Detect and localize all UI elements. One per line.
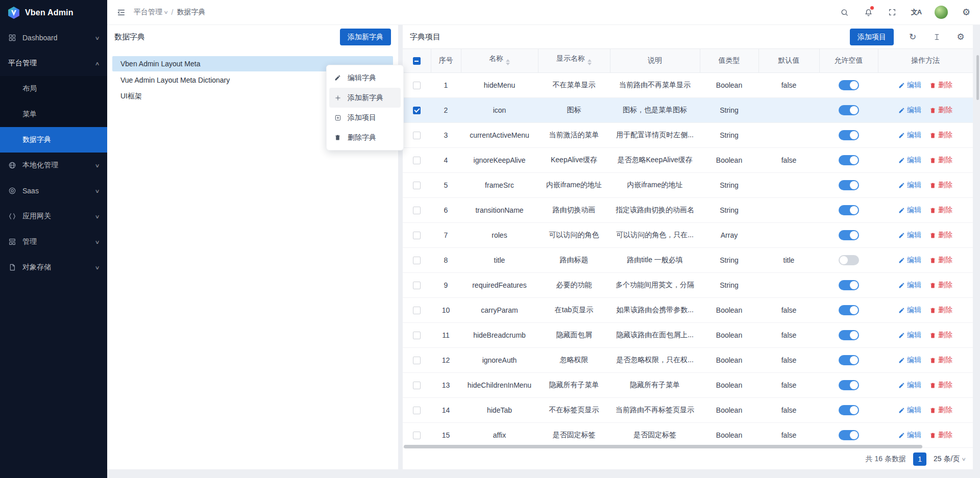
table-row[interactable]: 13hideChildrenInMenu隐藏所有子菜单隐藏所有子菜单Boolea…: [403, 373, 973, 398]
page-size-select[interactable]: 25 条/页 ∨: [934, 455, 966, 464]
allow-null-toggle[interactable]: [839, 255, 859, 265]
fullscreen-icon[interactable]: [887, 7, 898, 18]
row-checkbox[interactable]: [413, 382, 421, 389]
edit-button[interactable]: 编辑: [898, 81, 921, 90]
sort-icons[interactable]: [587, 57, 592, 67]
context-menu-item[interactable]: 编辑字典: [329, 68, 401, 88]
delete-button[interactable]: 删除: [929, 231, 952, 240]
avatar[interactable]: [935, 6, 948, 19]
delete-button[interactable]: 删除: [929, 331, 952, 340]
row-checkbox[interactable]: [413, 182, 421, 189]
sidebar-item-layout[interactable]: 布局: [0, 76, 107, 102]
sidebar-item-data-dictionary[interactable]: 数据字典: [0, 127, 107, 153]
table-row[interactable]: 12ignoreAuth忽略权限是否忽略权限，只在权...Booleanfals…: [403, 348, 973, 373]
delete-button[interactable]: 删除: [929, 381, 952, 390]
row-checkbox[interactable]: [413, 82, 421, 89]
refresh-icon[interactable]: ↻: [908, 32, 918, 42]
allow-null-toggle[interactable]: [839, 330, 859, 340]
edit-button[interactable]: 编辑: [898, 281, 921, 290]
row-checkbox[interactable]: [413, 107, 421, 114]
sidebar-item-dashboard[interactable]: Dashboard∨: [0, 25, 107, 51]
menu-fold-icon[interactable]: [115, 7, 127, 18]
delete-button[interactable]: 删除: [929, 306, 952, 315]
allow-null-toggle[interactable]: [839, 380, 859, 390]
allow-null-toggle[interactable]: [839, 205, 859, 215]
delete-button[interactable]: 删除: [929, 406, 952, 415]
edit-button[interactable]: 编辑: [898, 306, 921, 315]
delete-button[interactable]: 删除: [929, 206, 952, 215]
row-checkbox[interactable]: [413, 307, 421, 314]
sidebar-item-management[interactable]: 管理∨: [0, 229, 107, 255]
select-all-checkbox[interactable]: [413, 57, 421, 65]
sort-icons[interactable]: [506, 57, 510, 67]
translate-icon[interactable]: 文A: [911, 7, 922, 18]
notification-bell-icon[interactable]: [863, 7, 874, 18]
row-checkbox[interactable]: [413, 332, 421, 339]
edit-button[interactable]: 编辑: [898, 106, 921, 115]
row-checkbox[interactable]: [413, 232, 421, 239]
allow-null-toggle[interactable]: [839, 155, 859, 165]
table-row[interactable]: 7roles可以访问的角色可以访问的角色，只在...Array编辑删除: [403, 223, 973, 248]
sidebar-item-menu[interactable]: 菜单: [0, 102, 107, 127]
allow-null-toggle[interactable]: [839, 105, 859, 115]
allow-null-toggle[interactable]: [839, 180, 859, 190]
row-height-icon[interactable]: [932, 32, 942, 42]
table-row[interactable]: 15affix是否固定标签是否固定标签Booleanfalse编辑删除: [403, 423, 973, 448]
edit-button[interactable]: 编辑: [898, 181, 921, 190]
table-row[interactable]: 5frameSrc内嵌iframe的地址内嵌iframe的地址String编辑删…: [403, 173, 973, 198]
sidebar-item-object-storage[interactable]: 对象存储∨: [0, 255, 107, 280]
context-menu-item[interactable]: 添加新字典: [329, 88, 401, 108]
row-checkbox[interactable]: [413, 282, 421, 289]
context-menu-item[interactable]: 添加项目: [329, 108, 401, 128]
table-row[interactable]: 2icon图标图标，也是菜单图标String编辑删除: [403, 98, 973, 123]
table-row[interactable]: 14hideTab不在标签页显示当前路由不再标签页显示Booleanfalse编…: [403, 398, 973, 423]
search-icon[interactable]: [839, 7, 850, 18]
edit-button[interactable]: 编辑: [898, 231, 921, 240]
allow-null-toggle[interactable]: [839, 430, 859, 440]
allow-null-toggle[interactable]: [839, 405, 859, 415]
row-checkbox[interactable]: [413, 432, 421, 439]
edit-button[interactable]: 编辑: [898, 156, 921, 165]
row-checkbox[interactable]: [413, 357, 421, 364]
delete-button[interactable]: 删除: [929, 81, 952, 90]
allow-null-toggle[interactable]: [839, 305, 859, 315]
horizontal-scrollbar[interactable]: [404, 445, 922, 448]
row-checkbox[interactable]: [413, 207, 421, 214]
delete-button[interactable]: 删除: [929, 256, 952, 265]
table-row[interactable]: 1hideMenu不在菜单显示当前路由不再菜单显示Booleanfalse编辑删…: [403, 73, 973, 98]
table-row[interactable]: 10carryParam在tab页显示如果该路由会携带参数...Booleanf…: [403, 298, 973, 323]
row-checkbox[interactable]: [413, 157, 421, 164]
settings-gear-icon[interactable]: ⚙: [961, 7, 972, 18]
table-row[interactable]: 9requiredFeatures必要的功能多个功能间用英文，分隔String编…: [403, 273, 973, 298]
breadcrumb-parent[interactable]: 平台管理 ∨: [134, 8, 168, 17]
table-row[interactable]: 6transitionName路由切换动画指定该路由切换的动画名String编辑…: [403, 198, 973, 223]
sidebar-item-platform-management[interactable]: 平台管理∧: [0, 51, 107, 76]
allow-null-toggle[interactable]: [839, 80, 859, 90]
delete-button[interactable]: 删除: [929, 156, 952, 165]
app-logo[interactable]: Vben Admin: [0, 0, 107, 25]
row-checkbox[interactable]: [413, 132, 421, 139]
sidebar-item-app-gateway[interactable]: 应用网关∨: [0, 204, 107, 229]
column-header-1[interactable]: 名称: [461, 49, 538, 73]
delete-button[interactable]: 删除: [929, 431, 952, 440]
allow-null-toggle[interactable]: [839, 230, 859, 240]
delete-button[interactable]: 删除: [929, 281, 952, 290]
sidebar-item-localization[interactable]: 本地化管理∨: [0, 153, 107, 178]
table-row[interactable]: 3currentActiveMenu当前激活的菜单用于配置详情页时左侧...St…: [403, 123, 973, 148]
allow-null-toggle[interactable]: [839, 355, 859, 365]
row-checkbox[interactable]: [413, 257, 421, 264]
delete-button[interactable]: 删除: [929, 106, 952, 115]
delete-button[interactable]: 删除: [929, 131, 952, 140]
column-header-2[interactable]: 显示名称: [538, 49, 610, 73]
allow-null-toggle[interactable]: [839, 280, 859, 290]
settings-gear-icon[interactable]: ⚙: [955, 32, 966, 42]
edit-button[interactable]: 编辑: [898, 131, 921, 140]
add-dictionary-button[interactable]: 添加新字典: [340, 29, 391, 45]
delete-button[interactable]: 删除: [929, 356, 952, 365]
edit-button[interactable]: 编辑: [898, 431, 921, 440]
delete-button[interactable]: 删除: [929, 181, 952, 190]
row-checkbox[interactable]: [413, 407, 421, 414]
edit-button[interactable]: 编辑: [898, 256, 921, 265]
table-row[interactable]: 11hideBreadcrumb隐藏面包屑隐藏该路由在面包屑上...Boolea…: [403, 323, 973, 348]
table-row[interactable]: 8title路由标题路由title 一般必填Stringtitle编辑删除: [403, 248, 973, 273]
